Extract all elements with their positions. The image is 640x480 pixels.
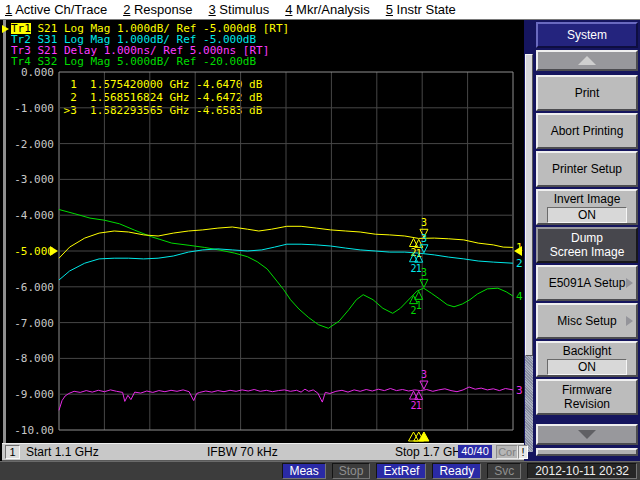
channel-status-bar: 1 Start 1.1 GHz IFBW 70 kHz Stop 1.7 GHz…: [2, 443, 524, 461]
sweep-points-badge: 40/40: [458, 445, 492, 458]
status-indicator-extref: ExtRef: [376, 463, 426, 479]
marker-3-label: 3: [421, 369, 427, 380]
menu-item-stimulus[interactable]: 3 Stimulus: [209, 2, 270, 17]
softkey-label: Firmware: [562, 383, 612, 397]
stimulus-marker-1-icon: [414, 432, 424, 441]
y-axis-label: -7.000: [14, 317, 54, 330]
marker-3-label: 3: [421, 217, 427, 228]
menu-item-active-ch-trace[interactable]: 1 Active Ch/Trace: [5, 2, 107, 17]
marker-2-glyph: [410, 254, 418, 262]
vna-screen: 1 Active Ch/Trace2 Response3 Stimulus4 M…: [0, 0, 640, 480]
instrument-screen: Tr1 S21 Log Mag 1.000dB/ Ref -5.000dB [R…: [0, 20, 524, 443]
marker-2-label: 2: [410, 263, 416, 274]
softkey-label: Misc Setup: [557, 314, 616, 328]
softkey-label: Print: [575, 86, 600, 100]
warning-badge: !: [518, 445, 528, 459]
softkey-backlight[interactable]: BacklightON: [536, 341, 638, 377]
trace-number-label-tr3: 3: [516, 384, 523, 397]
marker-1-label: 1: [416, 400, 422, 411]
trace-line-tr2: [59, 244, 513, 280]
marker-1-glyph: [415, 254, 423, 262]
softkey-label: Backlight: [563, 344, 612, 358]
ref-level-pointer-right-icon: [514, 246, 522, 256]
status-indicator-svc: Svc: [487, 463, 521, 479]
trace-number-label-tr1: 1: [516, 241, 523, 254]
correction-badge: Cor: [496, 445, 518, 459]
trace-line-tr4: [59, 210, 513, 329]
marker-1-label: 1: [416, 300, 422, 311]
marker-3-glyph: [420, 229, 428, 237]
y-axis-label: -4.000: [14, 209, 54, 222]
marker-3-glyph: [420, 245, 428, 253]
softkey-label: Screen Image: [550, 245, 625, 259]
channel-number-badge: 1: [5, 445, 20, 459]
trace-arrow-placeholder: [2, 47, 9, 55]
marker-3-label: 3: [421, 267, 427, 278]
submenu-arrow-icon: [626, 316, 633, 326]
softkey-invert-image[interactable]: Invert ImageON: [536, 189, 638, 225]
marker-3-label: 3: [421, 233, 427, 244]
menu-bar: 1 Active Ch/Trace2 Response3 Stimulus4 M…: [0, 0, 640, 20]
softkey-label: E5091A Setup: [549, 276, 626, 290]
marker-readout-row: 1 1.575420000 GHz -4.6470 dB: [57, 78, 262, 91]
softkey-scrollbar[interactable]: [525, 54, 533, 452]
marker-1-glyph: [415, 239, 423, 247]
status-indicator-ready: Ready: [432, 463, 481, 479]
marker-2-label: 2: [410, 247, 416, 258]
softkey-firmware-revision[interactable]: FirmwareRevision: [536, 379, 638, 415]
y-axis-label: -10.00: [14, 424, 54, 437]
trace-arrow-placeholder: [2, 58, 9, 66]
ref-level-pointer-left-icon: [50, 246, 58, 256]
status-indicator-stop: Stop: [332, 463, 371, 479]
y-axis-label: -9.000: [14, 388, 54, 401]
trace-status-tr4[interactable]: Tr4 S32 Log Mag 5.000dB/ Ref -20.00dB: [2, 56, 289, 67]
softkey-menu-title: System: [536, 22, 638, 48]
softkey-value-indicator: ON: [547, 359, 627, 375]
softkey-e5091a-setup[interactable]: E5091A Setup: [536, 265, 638, 301]
softkey-print[interactable]: Print: [536, 75, 638, 111]
softkey-scrollbar-thumb[interactable]: [525, 54, 533, 356]
marker-2-glyph: [410, 296, 418, 304]
up-triangle-icon: [578, 56, 596, 65]
status-indicator-meas: Meas: [282, 463, 325, 479]
softkey-label: Printer Setup: [552, 162, 622, 176]
marker-readout-row: >3 1.582293565 GHz -4.6583 dB: [57, 104, 262, 117]
softkey-label: Invert Image: [554, 192, 621, 206]
softkey-panel: System PrintAbort PrintingPrinter SetupI…: [524, 20, 640, 461]
softkey-scroll-up-button[interactable]: [536, 50, 638, 71]
active-trace-arrow-icon: [2, 25, 9, 33]
marker-2-label: 2: [410, 400, 416, 411]
screen-left-frame: [3, 20, 6, 443]
ifbw-label: IFBW 70 kHz: [207, 445, 278, 459]
softkey-dump-screen-image[interactable]: DumpScreen Image: [536, 227, 638, 263]
trace-line-tr3: [59, 387, 513, 410]
submenu-arrow-icon: [626, 278, 633, 288]
y-axis-label: -2.000: [14, 138, 54, 151]
softkey-printer-setup[interactable]: Printer Setup: [536, 151, 638, 187]
softkey-label: Dump: [571, 231, 603, 245]
y-axis-label: -5.000: [14, 245, 54, 258]
clock-display: 2012-10-11 20:32: [527, 463, 637, 479]
marker-1-glyph: [415, 291, 423, 299]
softkey-label: Abort Printing: [551, 124, 624, 138]
marker-2-glyph: [410, 238, 418, 246]
y-axis-label: -1.000: [14, 102, 54, 115]
instrument-status-bar: MeasStopExtRefReadySvc2012-10-11 20:32: [0, 461, 640, 480]
menu-item-mkr-analysis[interactable]: 4 Mkr/Analysis: [285, 2, 370, 17]
softkey-abort-printing[interactable]: Abort Printing: [536, 113, 638, 149]
softkey-value-indicator: ON: [547, 207, 627, 223]
softkey-label: Revision: [564, 397, 610, 411]
softkey-misc-setup[interactable]: Misc Setup: [536, 303, 638, 339]
softkey-panel-footer: [536, 448, 638, 456]
softkey-scroll-down-button[interactable]: [536, 424, 638, 445]
stimulus-marker-3-icon: [419, 432, 429, 441]
menu-item-response[interactable]: 2 Response: [123, 2, 192, 17]
menu-item-instr-state[interactable]: 5 Instr State: [386, 2, 456, 17]
trace-format-label: S32 Log Mag 5.000dB/ Ref -20.00dB: [31, 56, 256, 67]
trace-number-label-tr4: 4: [516, 290, 523, 303]
y-axis-label: -6.000: [14, 281, 54, 294]
trace-arrow-placeholder: [2, 36, 9, 44]
marker-1-label: 1: [416, 263, 422, 274]
marker-readout-row: 2 1.568516824 GHz -4.6472 dB: [57, 91, 262, 104]
y-axis-label: -8.000: [14, 352, 54, 365]
